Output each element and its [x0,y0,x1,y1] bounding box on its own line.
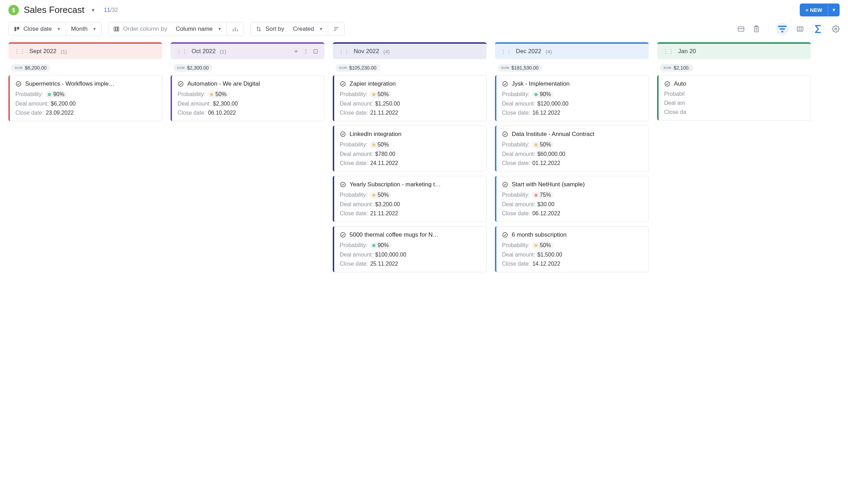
column-menu-icon[interactable] [303,48,309,55]
check-circle-icon [502,131,508,137]
deal-card[interactable]: Automation - We are Digital Probability:… [171,75,324,121]
record-counter: 11/32 [104,7,118,13]
card-amount: Deal amount:$100,000.00 [340,252,480,258]
settings-gear-icon[interactable] [832,25,840,33]
deal-card[interactable]: Data Institute - Annual Contract Probabi… [495,125,649,172]
column-header[interactable]: ⋮⋮ Nov 2022 (4) [333,42,487,59]
deal-card[interactable]: Supermetrics - Workflows imple… Probabil… [8,75,162,121]
card-close-date: Close date:23.09.2022 [15,110,156,116]
order-chart-button[interactable] [227,22,244,36]
deal-card[interactable]: 5000 thermal coffee mugs for N… Probabil… [333,226,487,272]
drag-handle-icon[interactable]: ⋮⋮ [663,48,674,55]
deal-card[interactable]: Zapier integration Probability:50% Deal … [333,75,487,121]
card-view-icon[interactable] [737,25,745,33]
column-title: Dec 2022 [516,48,541,55]
group-by-field[interactable]: Close date ▼ [9,22,66,36]
svg-rect-21 [797,27,803,31]
card-list: Jysk - Implementation Probability:90% De… [495,75,649,272]
svg-point-29 [306,51,306,52]
card-list: Zapier integration Probability:50% Deal … [333,75,487,272]
column-sum: SUM $181,530.00 [498,64,542,72]
deal-card[interactable]: Auto Probabil Deal am Close da [657,75,811,121]
sort-dropdown: Sort by Created ▼ [250,22,345,36]
board-column: ⋮⋮ Oct 2022 (1) SUM $2,300.00 Automation… [171,42,324,121]
group-by-dropdown: Close date ▼ Month ▼ [8,22,102,36]
column-title: Oct 2022 [192,48,216,55]
new-button-dropdown[interactable]: ▼ [828,3,840,16]
card-list: Auto Probabil Deal am Close da [657,75,811,121]
card-amount: Deal amount:$780.00 [340,151,480,157]
card-amount: Deal amount:$3,200.00 [340,201,480,208]
clipboard-icon[interactable] [753,25,760,33]
add-card-icon[interactable] [293,48,299,55]
columns-icon [113,26,120,32]
card-amount: Deal amount:$1,250.00 [340,101,480,107]
card-close-date: Close date:06.12.2022 [502,210,642,217]
card-probability: Probability:50% [178,91,318,98]
check-circle-icon [502,81,508,87]
column-header[interactable]: ⋮⋮ Oct 2022 (1) [171,42,324,59]
drag-handle-icon[interactable]: ⋮⋮ [338,48,350,55]
svg-point-28 [306,49,306,50]
new-button[interactable]: + NEW [800,3,828,16]
card-title: Data Institute - Annual Contract [502,131,642,138]
deal-card[interactable]: Yearly Subscription - marketing t… Proba… [333,176,487,222]
drag-handle-icon[interactable]: ⋮⋮ [176,48,187,55]
page-title: Sales Forecast [24,5,84,15]
card-title: Zapier integration [340,80,480,87]
toolbar: Close date ▼ Month ▼ Order column by Col… [0,19,848,42]
filter-icon[interactable] [776,23,789,35]
svg-rect-4 [116,27,117,31]
sort-select[interactable]: Sort by Created ▼ [251,22,328,36]
column-title: Sept 2022 [29,48,57,55]
app-logo-icon [8,5,19,15]
deal-card[interactable]: Jysk - Implementation Probability:90% De… [495,75,649,121]
svg-rect-1 [14,27,16,31]
card-amount: Deal amount:$6,200.00 [15,101,156,107]
table-columns-icon[interactable] [796,25,804,33]
card-amount: Deal amount:$60,000.00 [502,151,642,157]
check-circle-icon [340,131,346,137]
check-circle-icon [664,81,670,87]
card-amount: Deal am [664,100,804,106]
board-column: ⋮⋮ Nov 2022 (4) SUM $105,230.00 Zapier i… [333,42,487,272]
title-dropdown-icon[interactable]: ▼ [91,7,95,13]
column-count: (1) [220,49,226,55]
sigma-icon[interactable] [812,23,824,35]
card-amount: Deal amount:$1,500.00 [502,252,642,258]
card-close-date: Close date:01.12.2022 [502,160,642,166]
card-probability: Probability:50% [340,91,480,98]
card-title: Start with NetHunt (sample) [502,181,642,188]
svg-point-36 [340,232,345,237]
deal-card[interactable]: LinkedIn integration Probability:50% Dea… [333,125,487,172]
card-amount: Deal amount:$2,300.00 [178,101,318,107]
deal-card[interactable]: 6 month subscription Probability:50% Dea… [495,226,649,272]
card-close-date: Close date:16.12.2022 [502,110,642,116]
sort-direction-button[interactable] [328,22,344,36]
order-column-select[interactable]: Order column by Column name ▼ [108,22,227,36]
deal-card[interactable]: Start with NetHunt (sample) Probability:… [495,176,649,222]
card-close-date: Close date:06.10.2022 [178,110,318,116]
column-header[interactable]: ⋮⋮ Dec 2022 (4) [495,42,649,59]
column-title: Nov 2022 [354,48,379,55]
chevron-down-icon: ▼ [218,27,222,31]
card-amount: Deal amount:$120,000.00 [502,101,642,107]
collapse-column-icon[interactable] [312,48,319,55]
view-tools [737,23,840,35]
column-header[interactable]: ⋮⋮ Jan 20 [657,42,811,59]
board-column: ⋮⋮ Jan 20 SUM $2,100. Auto Probabil Deal… [657,42,811,121]
board-column: ⋮⋮ Sept 2022 (1) SUM $6,200.00 Supermetr… [8,42,162,121]
group-by-period[interactable]: Month ▼ [66,22,101,36]
card-title: Automation - We are Digital [178,80,318,87]
card-probability: Probability:50% [340,192,480,199]
drag-handle-icon[interactable]: ⋮⋮ [501,48,512,55]
card-probability: Probabil [664,91,804,97]
sort-desc-icon [333,26,339,32]
card-probability: Probability:50% [340,141,480,148]
card-probability: Probability:90% [340,242,480,249]
column-header[interactable]: ⋮⋮ Sept 2022 (1) [8,42,162,59]
svg-point-38 [503,132,508,137]
column-sum: SUM $105,230.00 [336,64,380,72]
drag-handle-icon[interactable]: ⋮⋮ [14,48,25,55]
card-close-date: Close date:21.11.2022 [340,210,480,217]
